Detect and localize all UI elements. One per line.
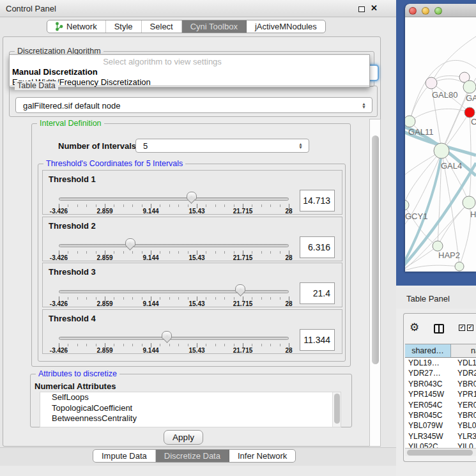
close-icon[interactable]: ✕ (371, 3, 378, 13)
tab-label: Select (150, 22, 173, 31)
apply-button[interactable]: Apply (164, 430, 203, 445)
numerical-attributes-list[interactable]: SelfLoopsTopologicalCoefficientBetweenne… (40, 392, 341, 427)
cell-shared-name: YBR045C (408, 411, 442, 420)
tick-label: 9.144 (137, 300, 165, 307)
threshold-slider-track[interactable] (59, 337, 289, 340)
zoom-traffic-light-icon[interactable] (434, 7, 442, 15)
network-edge[interactable] (459, 203, 470, 266)
threshold-slider-track[interactable] (59, 197, 289, 201)
threshold-slider-thumb[interactable] (162, 331, 172, 343)
threshold-value-field[interactable]: 14.713 (300, 190, 335, 211)
cell-shared-name: YBL079W (408, 421, 443, 430)
tick-minor (252, 204, 252, 207)
table-data-title: Table Data (15, 81, 58, 90)
tick-minor (234, 297, 234, 300)
attributes-scrollbar[interactable] (332, 392, 341, 427)
network-node-gal4[interactable] (434, 143, 449, 158)
tick-minor (77, 251, 78, 254)
tab-cyni-toolbox[interactable]: Cyni Toolbox (182, 20, 247, 33)
node-label: HAP2 (438, 250, 460, 260)
table-row[interactable]: YBR043CYBR0 (405, 379, 476, 389)
tick-minor (132, 297, 133, 300)
table-hscrollbar[interactable] (405, 448, 476, 456)
table-row[interactable]: YBL079WYBL0 (405, 420, 476, 431)
threshold-slider-track[interactable] (59, 244, 289, 247)
threshold-value-field[interactable]: 11.344 (300, 329, 335, 351)
threshold-slider-track[interactable] (59, 290, 289, 293)
table-row[interactable]: YPR145WYPR1 (405, 389, 476, 399)
attribute-item-selfloops[interactable]: SelfLoops (40, 392, 341, 403)
select-all-checkbox-icon[interactable]: ✓ (459, 325, 465, 331)
network-node-h[interactable] (463, 196, 475, 209)
number-of-intervals-combobox[interactable]: 5 ▲▼ (135, 139, 309, 153)
tick-label: 21.715 (229, 254, 257, 261)
panel-scrollbar-thumb[interactable] (372, 135, 379, 364)
network-window-titlebar[interactable] (405, 4, 476, 17)
tick-label: 28 (275, 300, 303, 307)
cell-shared-name: YIL052C (408, 442, 438, 448)
tick-minor (160, 297, 160, 300)
column-header-name[interactable]: na (451, 344, 476, 358)
cell-name: YDL1 (457, 358, 476, 367)
threshold-value-field[interactable]: 21.4 (300, 282, 335, 304)
network-edge[interactable] (410, 83, 431, 121)
threshold-block-3: Threshold 3-3.4262.8599.14415.4321.71528… (42, 263, 342, 307)
tab-jactivemnodules[interactable]: jActiveMNodules (247, 20, 325, 33)
cyni-toolbox-panel: Discretization Algorithm Select algorith… (3, 36, 381, 447)
network-edge[interactable] (410, 109, 470, 121)
float-window-icon[interactable] (358, 6, 365, 12)
table-hscrollbar-thumb[interactable] (407, 450, 473, 456)
tab-infer-network[interactable]: Infer Network (229, 450, 295, 462)
threshold-slider-thumb[interactable] (125, 238, 135, 250)
table-row[interactable]: YLR345WYLR3 (405, 431, 476, 441)
network-node-gal80[interactable] (426, 77, 437, 89)
network-edge[interactable] (438, 203, 469, 246)
table-row[interactable]: YBR045CYBR0 (405, 410, 476, 420)
tick-minor (68, 297, 68, 300)
threshold-value-field[interactable]: 6.316 (300, 236, 335, 258)
tab-select[interactable]: Select (142, 20, 182, 33)
minimize-traffic-light-icon[interactable] (422, 7, 429, 15)
control-panel-titlebar[interactable]: Control Panel ✕ (0, 0, 396, 17)
gear-icon[interactable]: ⚙ (410, 321, 419, 334)
algorithm-hint-item[interactable]: Select algorithm to view settings (10, 57, 369, 67)
tick-minor (169, 297, 170, 300)
algorithm-option-manual-discretization[interactable]: Manual Discretization (10, 67, 369, 77)
tick-minor (86, 344, 87, 346)
table-row[interactable]: YER054CYER0 (405, 400, 476, 410)
tick-minor (188, 344, 188, 346)
network-desktop-background: GAL80GACGAL11GAL4GCY1HHAP2 (396, 0, 476, 286)
table-data-combobox[interactable]: galFiltered.sif default node ▲▼ (15, 97, 372, 113)
tick-minor (261, 204, 262, 207)
column-layout-icon[interactable] (434, 324, 444, 334)
network-canvas[interactable]: GAL80GACGAL11GAL4GCY1HHAP2 (405, 17, 476, 272)
panel-scrollbar[interactable] (369, 119, 381, 447)
attribute-item-topologicalcoefficient[interactable]: TopologicalCoefficient (40, 403, 341, 414)
node-table[interactable]: shared… na YDL19…YDL1YDR27…YDR2YBR043CYB… (405, 344, 476, 448)
tab-network[interactable]: Network (47, 20, 106, 33)
attributes-scrollbar-thumb[interactable] (334, 394, 340, 424)
cell-name: YIL0 (457, 442, 473, 448)
network-node-gal11[interactable] (405, 116, 415, 127)
network-node-gcy1[interactable] (405, 200, 409, 210)
table-row[interactable]: YDR27…YDR2 (405, 368, 476, 378)
tick-minor (169, 344, 170, 346)
select-none-checkbox-icon[interactable]: ✓ (467, 325, 473, 331)
threshold-slider-thumb[interactable] (187, 192, 197, 204)
tab-impute-data[interactable]: Impute Data (93, 450, 156, 462)
table-row[interactable]: YIL052CYIL0 (405, 441, 476, 448)
table-row[interactable]: YDL19…YDL1 (405, 358, 476, 368)
network-node[interactable] (455, 262, 464, 271)
network-edge[interactable] (405, 265, 459, 272)
table-panel-titlebar[interactable]: Table Panel (396, 288, 476, 309)
attribute-item-betweennesscentrality[interactable]: BetweennessCentrality (40, 413, 341, 424)
tab-style[interactable]: Style (106, 20, 142, 33)
table-data-group: Table Data galFiltered.sif default node … (9, 86, 378, 117)
tab-discretize-data[interactable]: Discretize Data (156, 450, 229, 462)
close-traffic-light-icon[interactable] (409, 7, 417, 15)
network-node-hap2[interactable] (433, 241, 443, 251)
column-header-shared-name[interactable]: shared… (405, 344, 451, 358)
network-node-ga[interactable] (463, 81, 476, 93)
network-node-c[interactable] (464, 107, 475, 118)
threshold-slider-thumb[interactable] (235, 284, 245, 296)
